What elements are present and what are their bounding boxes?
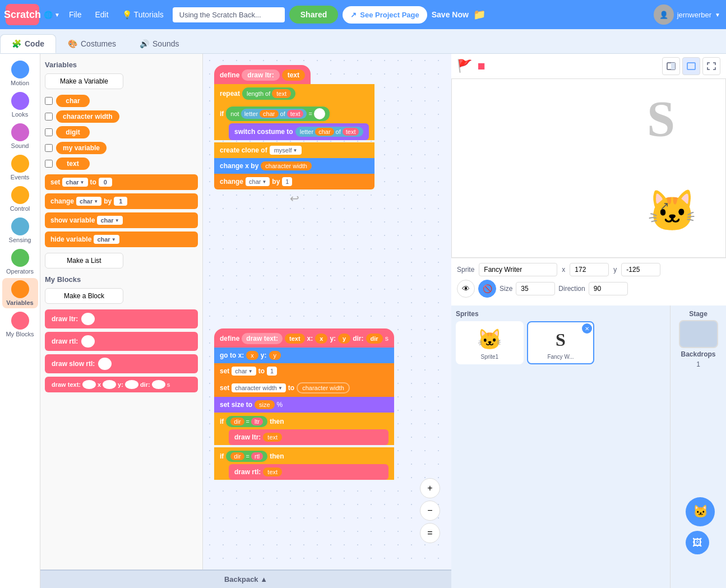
- shared-button[interactable]: Shared: [289, 6, 338, 24]
- full-stage-button[interactable]: [682, 57, 700, 75]
- make-list-button[interactable]: Make a List: [45, 253, 123, 268]
- by-one-input[interactable]: 1: [282, 177, 292, 186]
- draw-rtl-inner-block[interactable]: draw rtl: text: [229, 464, 389, 480]
- category-operators[interactable]: Operators: [2, 247, 38, 277]
- add-backdrop-fab[interactable]: 🖼: [686, 531, 709, 554]
- stage-flags: 🚩 ⏹: [457, 59, 487, 73]
- draw-text-block[interactable]: draw text: x y: dir: s: [45, 377, 198, 392]
- user-menu[interactable]: 👤 jernwerber ▼: [654, 4, 720, 25]
- code-canvas[interactable]: define draw ltr: text repeat length of t…: [203, 54, 451, 588]
- zoom-reset-button[interactable]: =: [420, 523, 440, 543]
- add-sprite-fab[interactable]: 🐱: [686, 497, 715, 526]
- fullscreen-button[interactable]: [702, 57, 720, 75]
- var-text-checkbox[interactable]: [45, 160, 53, 168]
- change-char-block[interactable]: change char by 1: [45, 193, 198, 209]
- var-digit-checkbox[interactable]: [45, 128, 53, 136]
- change-char-block2[interactable]: change char by 1: [214, 174, 374, 189]
- if-header[interactable]: if not letter char of text =: [220, 107, 369, 121]
- var-char-pill[interactable]: char: [56, 95, 90, 107]
- var-digit-pill[interactable]: digit: [56, 126, 90, 138]
- category-events[interactable]: Events: [2, 152, 38, 183]
- category-sensing[interactable]: Sensing: [2, 215, 38, 246]
- sprite-thumb-fancywriter[interactable]: ✕ S Fancy W...: [527, 321, 595, 364]
- change-var-dropdown[interactable]: char: [76, 197, 101, 206]
- var-charwidth-pill[interactable]: character width: [56, 110, 119, 123]
- category-myblocks[interactable]: My Blocks: [2, 309, 38, 340]
- to-label2: to: [258, 367, 265, 375]
- make-variable-button[interactable]: Make a Variable: [45, 73, 123, 89]
- draw-slow-rtl-block[interactable]: draw slow rtl:: [45, 354, 198, 373]
- x-value-input[interactable]: [570, 263, 609, 276]
- edit-menu[interactable]: Edit: [90, 8, 113, 21]
- backdrop-thumbnail[interactable]: [679, 320, 718, 348]
- var-myvariable-checkbox[interactable]: [45, 144, 53, 152]
- set-char-block[interactable]: set char to 0: [45, 174, 198, 190]
- category-control[interactable]: Control: [2, 184, 38, 214]
- stop-button[interactable]: ⏹: [477, 61, 487, 72]
- hide-sprite-button[interactable]: 🚫: [478, 280, 496, 298]
- sprite-thumb-sprite1[interactable]: 🐱 Sprite1: [456, 321, 524, 364]
- y-value-input[interactable]: [621, 263, 660, 276]
- scratch-logo[interactable]: Scratch: [6, 4, 39, 25]
- category-looks[interactable]: Looks: [2, 90, 38, 120]
- size-value-input[interactable]: [516, 282, 555, 295]
- small-stage-button[interactable]: [662, 57, 680, 75]
- draw-ltr-inner-block[interactable]: draw ltr: text: [229, 429, 389, 445]
- charwidth-dropdown[interactable]: character width: [232, 383, 286, 392]
- sprite-name-input[interactable]: [479, 263, 557, 276]
- folder-icon[interactable]: 📁: [473, 8, 485, 21]
- zoom-in-button[interactable]: +: [420, 478, 440, 498]
- set-var-dropdown[interactable]: char: [62, 178, 87, 187]
- green-flag-button[interactable]: 🚩: [457, 59, 472, 73]
- switch-costume-block[interactable]: switch costume to letter char of text: [229, 123, 369, 140]
- show-var-dropdown[interactable]: char: [97, 216, 122, 225]
- define-drawtext-hat[interactable]: define draw text: text x: x y: y dir: di…: [214, 328, 394, 348]
- direction-value-input[interactable]: [589, 282, 628, 295]
- tab-costumes[interactable]: 🎨 Costumes: [56, 34, 128, 53]
- myself-dropdown[interactable]: myself: [270, 146, 302, 155]
- if-rtl-header[interactable]: if dir = rtl then: [220, 451, 389, 462]
- category-sound[interactable]: Sound: [2, 121, 38, 151]
- globe-button[interactable]: 🌐 ▼: [44, 11, 60, 19]
- show-sprite-button[interactable]: 👁: [457, 280, 475, 298]
- hide-var-dropdown[interactable]: char: [94, 235, 119, 244]
- var-text-pill[interactable]: text: [56, 158, 90, 170]
- see-project-button[interactable]: ↗ See Project Page: [343, 6, 427, 24]
- var-myvariable-pill[interactable]: my variable: [56, 142, 107, 154]
- set-charwidth-block[interactable]: set character width to character width: [214, 379, 394, 397]
- variables-section-title: Variables: [45, 61, 198, 69]
- delete-sprite-button[interactable]: ✕: [582, 323, 592, 334]
- draw-ltr-block[interactable]: draw ltr:: [45, 309, 198, 328]
- hide-variable-block[interactable]: hide variable char: [45, 232, 198, 247]
- file-menu[interactable]: File: [64, 8, 86, 21]
- one-input2[interactable]: 1: [267, 367, 277, 376]
- category-variables[interactable]: Variables: [2, 278, 38, 308]
- project-title-input[interactable]: [173, 7, 285, 22]
- if-block: if not letter char of text =: [214, 103, 374, 140]
- char-dropdown2[interactable]: char: [246, 177, 270, 186]
- show-variable-block[interactable]: show variable char: [45, 212, 198, 228]
- repeat-block[interactable]: repeat length of text: [214, 84, 374, 103]
- var-char-checkbox[interactable]: [45, 97, 53, 105]
- make-block-button[interactable]: Make a Block: [45, 288, 123, 304]
- change-by-input[interactable]: 1: [114, 197, 127, 206]
- tab-sounds[interactable]: 🔊 Sounds: [128, 34, 191, 53]
- if-ltr-header[interactable]: if dir = ltr then: [220, 416, 389, 427]
- save-now-button[interactable]: Save Now: [432, 10, 469, 19]
- char-dropdown3[interactable]: char: [232, 367, 256, 376]
- category-motion[interactable]: Motion: [2, 58, 38, 89]
- set-char-1-block[interactable]: set char to 1: [214, 363, 394, 379]
- backpack-bar[interactable]: Backpack ▲: [40, 570, 451, 588]
- draw-rtl-block[interactable]: draw rtl:: [45, 332, 198, 351]
- set-size-block[interactable]: set size to size %: [214, 397, 394, 413]
- var-charwidth-checkbox[interactable]: [45, 113, 53, 121]
- create-clone-block[interactable]: create clone of myself: [214, 142, 374, 158]
- define-drawltr-hat[interactable]: define draw ltr: text: [214, 65, 311, 84]
- tab-code[interactable]: 🧩 Code: [0, 34, 56, 53]
- change-x-block[interactable]: change x by character width: [214, 158, 374, 174]
- tutorials-button[interactable]: 💡 Tutorials: [118, 8, 168, 21]
- zoom-out-button[interactable]: −: [420, 501, 440, 521]
- go-to-xy-block[interactable]: go to x: x y: y: [214, 348, 394, 363]
- fancywriter-name: Fancy W...: [547, 354, 574, 360]
- set-val-input[interactable]: 0: [99, 178, 112, 187]
